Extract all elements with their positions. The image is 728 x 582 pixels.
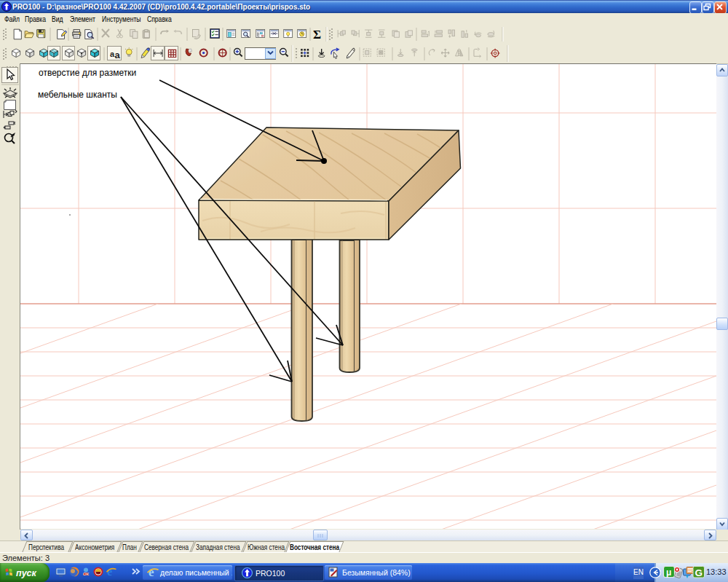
svg-text:пуск: пуск xyxy=(16,568,37,578)
svg-text:отверстие для разметки: отверстие для разметки xyxy=(39,68,136,78)
svg-text:ОК: ОК xyxy=(83,572,90,576)
svg-text:e: e xyxy=(149,566,154,578)
svg-text:μ: μ xyxy=(666,567,671,578)
svg-text:мебельные шканты: мебельные шканты xyxy=(38,90,117,100)
svg-text:a: a xyxy=(115,50,121,60)
svg-text:Σ: Σ xyxy=(313,28,321,42)
svg-text:e: e xyxy=(107,566,112,578)
svg-text:G: G xyxy=(695,567,703,578)
